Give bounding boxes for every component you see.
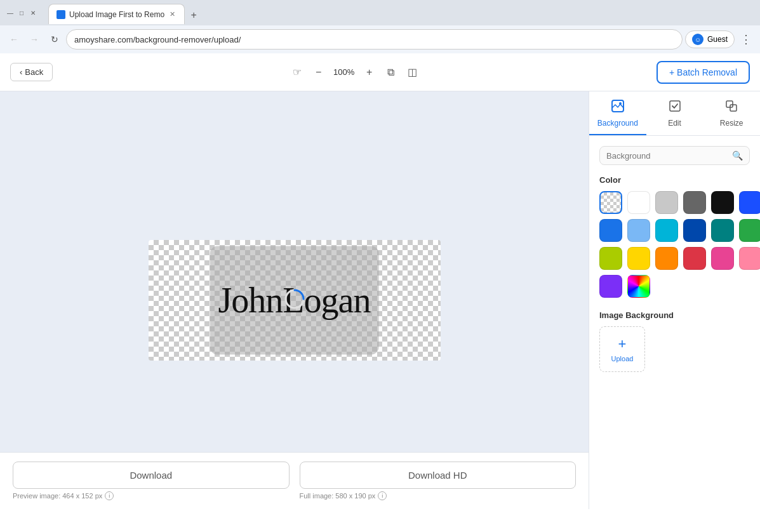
minimize-button[interactable]: ―	[5, 8, 15, 18]
back-button[interactable]: ‹ Back	[10, 63, 53, 81]
loading-spinner	[283, 288, 306, 310]
active-tab[interactable]: Upload Image First to Remo ✕	[48, 4, 185, 24]
color-swatch-cyan[interactable]	[655, 219, 678, 242]
background-tab-label: Background	[597, 119, 638, 128]
resize-tab-icon	[724, 99, 738, 116]
search-icon: 🔍	[732, 150, 743, 161]
back-label: Back	[25, 67, 43, 77]
color-swatch-green[interactable]	[739, 219, 760, 242]
tab-favicon	[57, 10, 65, 19]
preview-info: Preview image: 464 x 152 px i	[13, 491, 290, 500]
browser-chrome: ― □ ✕ Upload Image First to Remo ✕ + ← →…	[0, 0, 760, 53]
color-swatch-dark-gray[interactable]	[683, 191, 706, 214]
tab-bar: Upload Image First to Remo ✕ +	[43, 1, 208, 24]
color-swatch-pink-red[interactable]	[711, 247, 734, 270]
maximize-button[interactable]: □	[17, 8, 27, 18]
color-swatch-transparent[interactable]	[599, 191, 622, 214]
sidebar: Background Edit	[589, 91, 760, 509]
color-swatch-blue[interactable]	[599, 219, 622, 242]
background-tab-icon	[611, 99, 625, 116]
preview-info-icon: i	[105, 491, 114, 500]
download-bar: Download Preview image: 464 x 152 px i D…	[0, 452, 589, 509]
color-swatch-yellow-green[interactable]	[599, 247, 622, 270]
color-swatch-red[interactable]	[683, 247, 706, 270]
new-tab-button[interactable]: +	[185, 6, 203, 24]
sidebar-content: 🔍 Color	[589, 136, 760, 509]
zoom-in-button[interactable]: +	[361, 63, 378, 81]
tab-close-button[interactable]: ✕	[168, 9, 177, 20]
full-info-icon: i	[378, 491, 387, 500]
full-info-text: Full image: 580 x 190 px	[300, 492, 376, 500]
split-view-button[interactable]: ◫	[404, 63, 422, 81]
zoom-controls: ☞ − 100% + ⧉ ◫	[288, 63, 422, 81]
forward-nav-button[interactable]: →	[25, 30, 43, 48]
tab-resize[interactable]: Resize	[703, 91, 760, 135]
full-info: Full image: 580 x 190 px i	[300, 491, 577, 500]
download-hd-col: Download HD Full image: 580 x 190 px i	[300, 462, 577, 500]
image-preview: JohnLogan	[149, 240, 441, 361]
color-swatch-teal[interactable]	[711, 219, 734, 242]
color-swatch-light-gray[interactable]	[655, 191, 678, 214]
toolbar: ‹ Back ☞ − 100% + ⧉ ◫ + Batch Removal	[0, 53, 760, 91]
download-hd-label: Download HD	[408, 470, 467, 481]
tab-title: Upload Image First to Remo	[69, 10, 164, 19]
svg-point-2	[619, 102, 622, 105]
address-text: amoyshare.com/background-remover/upload/	[74, 35, 674, 44]
main-content: JohnLogan Download	[0, 91, 760, 509]
color-swatch-orange[interactable]	[655, 247, 678, 270]
preview-image-container: JohnLogan	[149, 240, 441, 361]
back-chevron-icon: ‹	[20, 67, 22, 77]
upload-box[interactable]: + Upload	[599, 326, 645, 372]
svg-rect-3	[670, 101, 680, 111]
window-controls: ― □ ✕	[5, 8, 38, 18]
zoom-out-button[interactable]: −	[310, 63, 328, 81]
image-background-section: Image Background + Upload	[599, 310, 750, 372]
search-bar[interactable]: 🔍	[599, 146, 750, 165]
color-swatch-black[interactable]	[711, 191, 734, 214]
profile-icon: ☺	[692, 34, 703, 45]
color-section-label: Color	[599, 175, 750, 185]
sidebar-tabs: Background Edit	[589, 91, 760, 136]
svg-rect-5	[730, 105, 737, 111]
search-input[interactable]	[606, 151, 727, 161]
preview-info-text: Preview image: 464 x 152 px	[13, 492, 102, 500]
fit-view-button[interactable]: ⧉	[382, 63, 400, 81]
download-hd-button[interactable]: Download HD	[300, 462, 577, 489]
address-bar[interactable]: amoyshare.com/background-remover/upload/	[66, 29, 683, 50]
color-swatch-navy[interactable]	[683, 219, 706, 242]
title-bar: ― □ ✕ Upload Image First to Remo ✕ +	[0, 0, 760, 25]
edit-tab-icon	[668, 99, 682, 116]
svg-rect-4	[726, 101, 733, 107]
color-swatch-white[interactable]	[627, 191, 650, 214]
download-label: Download	[130, 470, 172, 481]
batch-removal-label: + Batch Removal	[669, 67, 737, 77]
edit-tab-label: Edit	[668, 119, 681, 128]
color-swatch-gradient[interactable]	[627, 275, 650, 298]
upload-label: Upload	[611, 355, 634, 362]
color-swatch-dark-blue[interactable]	[739, 191, 760, 214]
download-col: Download Preview image: 464 x 152 px i	[13, 462, 290, 500]
back-nav-button[interactable]: ←	[5, 30, 23, 48]
app: ‹ Back ☞ − 100% + ⧉ ◫ + Batch Removal	[0, 53, 760, 509]
color-swatch-light-blue[interactable]	[627, 219, 650, 242]
canvas-area: JohnLogan Download	[0, 91, 589, 509]
color-swatch-yellow[interactable]	[627, 247, 650, 270]
image-bg-label: Image Background	[599, 310, 750, 320]
close-button[interactable]: ✕	[28, 8, 38, 18]
tab-edit[interactable]: Edit	[646, 91, 703, 135]
tab-background[interactable]: Background	[589, 91, 646, 135]
profile-button[interactable]: ☺ Guest	[685, 30, 735, 48]
resize-tab-label: Resize	[720, 119, 743, 128]
pan-tool-button[interactable]: ☞	[288, 63, 306, 81]
batch-removal-button[interactable]: + Batch Removal	[657, 61, 750, 84]
color-swatch-pink[interactable]	[739, 247, 760, 270]
upload-plus-icon: +	[618, 336, 627, 352]
color-grid	[599, 191, 750, 298]
nav-bar: ← → ↻ amoyshare.com/background-remover/u…	[0, 25, 760, 53]
color-swatch-purple[interactable]	[599, 275, 622, 298]
browser-menu-button[interactable]: ⋮	[737, 30, 755, 48]
reload-button[interactable]: ↻	[46, 30, 63, 48]
download-button[interactable]: Download	[13, 462, 290, 489]
loading-spinner-container	[283, 288, 306, 313]
profile-label: Guest	[707, 35, 728, 44]
